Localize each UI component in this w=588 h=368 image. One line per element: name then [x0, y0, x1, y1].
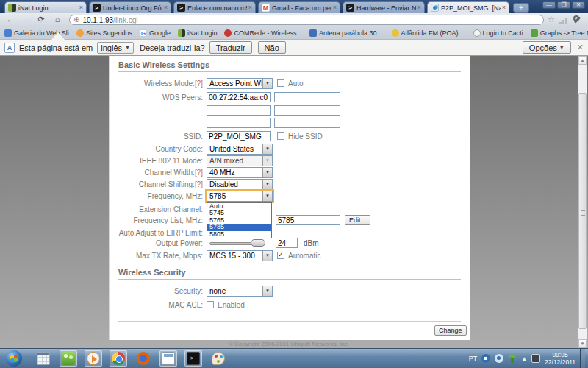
taskbar-clock[interactable]: 09:05 22/12/2011: [545, 351, 576, 366]
tray-monitor-icon[interactable]: [481, 354, 490, 363]
change-button[interactable]: Change: [434, 325, 467, 336]
translate-button[interactable]: Traduzir: [209, 41, 252, 54]
tab-close-icon[interactable]: ×: [417, 4, 421, 11]
tab-gmail[interactable]: M Gmail - Faca um pedido p... ×: [258, 1, 340, 13]
bookmark-cacti[interactable]: Login to Cacti: [473, 29, 523, 37]
taskbar-calculator-icon[interactable]: [35, 350, 52, 367]
bookmark-star-icon[interactable]: ☆: [548, 15, 555, 24]
show-desktop-button[interactable]: [580, 349, 585, 368]
gmail-favicon: M: [262, 4, 270, 12]
auto-checkbox[interactable]: [277, 79, 284, 87]
wds-peer-1-input[interactable]: [207, 92, 271, 102]
back-icon[interactable]: ←: [4, 14, 16, 25]
tab-hardware[interactable]: > Hardware - Enviar Novo T... ×: [343, 1, 425, 13]
taskbar-command-prompt-icon[interactable]: >_: [184, 350, 202, 367]
wds-peer-2-input[interactable]: [274, 92, 340, 102]
taskbar-remote-users-icon[interactable]: [60, 350, 77, 367]
no-button[interactable]: Não: [258, 41, 286, 54]
output-power-input[interactable]: [276, 238, 298, 248]
dropdown-arrow-icon: ▼: [262, 168, 272, 177]
home-icon[interactable]: ⌂: [51, 14, 63, 25]
forward-icon[interactable]: →: [19, 14, 31, 25]
restore-button[interactable]: ❐: [557, 1, 570, 9]
translate-icon: A: [4, 43, 15, 53]
tab-inat-login[interactable]: iNat Login ×: [4, 1, 87, 13]
tray-wireless-icon[interactable]: [495, 354, 503, 363]
wds-peer-4-input[interactable]: [274, 105, 340, 116]
tab-close-icon[interactable]: ×: [164, 4, 168, 11]
tab-underlinux[interactable]: > Under-Linux.Org Fóruns ×: [89, 1, 171, 13]
hide-ssid-checkbox[interactable]: [277, 132, 284, 140]
tab-title: iNat Login: [18, 4, 78, 12]
bookmark-sites-sugeridos[interactable]: Sites Sugeridos: [76, 29, 132, 37]
frequency-select[interactable]: 5785▼: [207, 191, 273, 202]
tray-expand-chevron[interactable]: ▲: [521, 355, 527, 362]
taskbar-chrome-icon[interactable]: [110, 350, 127, 367]
taskbar-firefox-icon[interactable]: [135, 350, 152, 367]
options-button[interactable]: Opções ▼: [523, 41, 571, 54]
bookmark-antena[interactable]: Antena parábola 30 ...: [309, 29, 384, 37]
frequency-row: Frequency, MHz: 5785▼: [110, 191, 470, 202]
taskbar-media-player-icon[interactable]: [85, 350, 102, 367]
tab-title: P2P_MOI_SMG: [NanoStat...: [441, 4, 501, 12]
wds-peer-3-input[interactable]: [207, 105, 271, 116]
frequency-option[interactable]: Auto: [207, 203, 271, 210]
bookmark-comrede[interactable]: COMRede - Wireless...: [224, 29, 302, 37]
address-bar[interactable]: ⊕ 10.1.1.93/link.cgi: [69, 15, 544, 25]
channel-width-select[interactable]: 40 MHz▼: [207, 167, 273, 178]
bookmark-graphs[interactable]: Graphs -> Tree Mode: [531, 29, 588, 37]
inat-icon: [178, 29, 185, 37]
tab-close-icon[interactable]: ×: [79, 4, 83, 11]
wireless-mode-select[interactable]: Access Point WDS▼: [207, 78, 273, 89]
reload-icon[interactable]: ⟳: [35, 14, 47, 25]
tab-close-icon[interactable]: ×: [333, 4, 337, 11]
scroll-up-icon[interactable]: ▲: [578, 56, 587, 65]
tab-close-icon[interactable]: ×: [248, 4, 252, 11]
vertical-scrollbar[interactable]: ▲ ▼: [578, 56, 587, 348]
frequency-list-input[interactable]: [276, 215, 340, 225]
tray-keyboard-icon[interactable]: [531, 354, 540, 363]
translate-infobar: A Esta página está em inglês▼ Deseja tra…: [0, 40, 588, 56]
security-select[interactable]: none▼: [207, 286, 273, 297]
language-select[interactable]: inglês▼: [97, 42, 134, 54]
help-link[interactable]: [?]: [195, 79, 203, 88]
minimize-button[interactable]: —: [542, 1, 556, 9]
signal-bars-icon[interactable]: [559, 18, 568, 24]
wds-peer-6-input[interactable]: [274, 118, 340, 128]
tab-title: Under-Linux.Org Fóruns: [103, 4, 162, 12]
close-infobar-icon[interactable]: ✕: [577, 43, 584, 52]
tray-updown-icon[interactable]: [508, 354, 517, 363]
frequency-option[interactable]: 5745: [207, 210, 271, 216]
help-link[interactable]: [?]: [195, 169, 203, 177]
tab-enlace-nano[interactable]: > Enlace com nano m5 con... ×: [173, 1, 256, 13]
fm-icon: [392, 29, 399, 37]
new-tab-button[interactable]: +: [513, 3, 529, 13]
channel-shifting-select[interactable]: Disabled▼: [207, 179, 273, 190]
wds-peer-5-input[interactable]: [207, 118, 271, 128]
bookmark-atlantida[interactable]: Atlântida FM (POA) ...: [392, 29, 466, 37]
tab-nanostation-active[interactable]: P2P_MOI_SMG: [NanoStat... ×: [427, 1, 509, 13]
tab-close-icon[interactable]: ×: [502, 4, 506, 11]
frequency-option[interactable]: 5765: [207, 217, 271, 224]
help-link[interactable]: [?]: [195, 180, 203, 188]
frequency-option-selected[interactable]: 5785: [207, 224, 271, 230]
taskbar-paint-icon[interactable]: [209, 350, 227, 367]
automatic-checkbox[interactable]: [277, 252, 284, 259]
close-button[interactable]: ✕: [572, 1, 585, 9]
start-button[interactable]: [6, 350, 22, 367]
mac-acl-checkbox[interactable]: [207, 301, 214, 308]
language-indicator[interactable]: PT: [469, 355, 478, 362]
edit-button[interactable]: Edit...: [345, 215, 370, 225]
country-code-select[interactable]: United States▼: [207, 144, 273, 155]
scrollbar-thumb[interactable]: [578, 93, 587, 329]
scroll-down-icon[interactable]: ▼: [578, 339, 587, 348]
slider-thumb[interactable]: [251, 239, 265, 247]
max-tx-rate-select[interactable]: MCS 15 - 300▼: [207, 250, 273, 261]
dropdown-arrow-icon: ▼: [262, 191, 272, 201]
wrench-menu-icon[interactable]: [573, 15, 582, 25]
bookmark-inat[interactable]: iNat Login: [178, 29, 218, 37]
taskbar-app-window-icon[interactable]: [159, 350, 177, 367]
frequency-option[interactable]: 5805: [207, 231, 271, 238]
ssid-input[interactable]: [207, 131, 271, 141]
bookmark-google[interactable]: GGoogle: [140, 29, 171, 37]
